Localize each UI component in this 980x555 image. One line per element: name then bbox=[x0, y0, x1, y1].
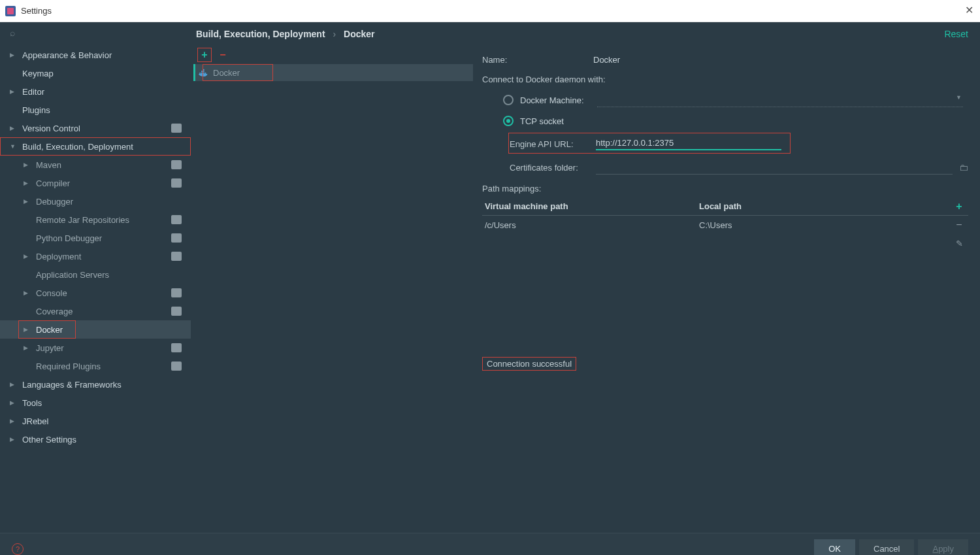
sidebar-item-other-settings[interactable]: ▶Other Settings bbox=[0, 430, 191, 448]
sidebar-item-label: Plugins bbox=[22, 105, 50, 115]
tcp-socket-label: TCP socket bbox=[520, 116, 564, 126]
sidebar-item-console[interactable]: ▶Console bbox=[0, 284, 191, 302]
name-value[interactable]: Docker bbox=[593, 55, 620, 65]
docker-list-item[interactable]: Docker bbox=[193, 64, 473, 81]
sidebar-item-application-servers[interactable]: ▶Application Servers bbox=[0, 265, 191, 284]
ok-button[interactable]: OK bbox=[814, 539, 855, 556]
expand-arrow-icon: ▶ bbox=[10, 399, 18, 406]
expand-arrow-icon: ▶ bbox=[24, 253, 31, 260]
sidebar-item-maven[interactable]: ▶Maven bbox=[0, 156, 191, 174]
sidebar-item-label: Console bbox=[36, 288, 67, 298]
docker-list-label: Docker bbox=[213, 68, 240, 78]
sidebar-item-editor[interactable]: ▶Editor bbox=[0, 82, 191, 101]
sidebar-item-coverage[interactable]: ▶Coverage bbox=[0, 302, 191, 320]
local-path-cell: C:\Users bbox=[699, 220, 950, 230]
search-icon[interactable]: ⌕ bbox=[10, 27, 15, 38]
settings-tree: ▶Appearance & Behavior▶Keymap▶Editor▶Plu… bbox=[0, 43, 191, 533]
expand-arrow-icon: ▶ bbox=[24, 345, 31, 351]
sidebar-item-label: Appearance & Behavior bbox=[22, 50, 112, 60]
settings-sidebar: ⌕ ▶Appearance & Behavior▶Keymap▶Editor▶P… bbox=[0, 22, 191, 533]
folder-icon[interactable]: 🗀 bbox=[959, 162, 968, 173]
expand-arrow-icon: ▶ bbox=[24, 161, 31, 168]
sidebar-item-label: Required Plugins bbox=[36, 362, 101, 371]
api-url-label: Engine API URL: bbox=[510, 139, 596, 149]
project-settings-icon bbox=[171, 307, 182, 316]
expand-arrow-icon: ▶ bbox=[10, 436, 18, 443]
breadcrumb: Build, Execution, Deployment › Docker bbox=[196, 29, 375, 39]
project-settings-icon bbox=[171, 124, 182, 133]
project-settings-icon bbox=[171, 178, 182, 188]
path-mappings-label: Path mappings: bbox=[482, 184, 968, 193]
expand-arrow-icon: ▶ bbox=[10, 125, 18, 131]
sidebar-item-languages-frameworks[interactable]: ▶Languages & Frameworks bbox=[0, 375, 191, 394]
expand-arrow-icon: ▶ bbox=[24, 290, 31, 296]
table-row[interactable]: /c/Users C:\Users − bbox=[482, 216, 968, 234]
docker-machine-label: Docker Machine: bbox=[520, 95, 584, 105]
sidebar-item-label: Maven bbox=[36, 160, 61, 170]
vm-path-cell: /c/Users bbox=[482, 220, 699, 230]
dialog-footer: ? OK Cancel Apply bbox=[0, 533, 980, 555]
edit-mapping-icon[interactable]: ✎ bbox=[950, 239, 968, 248]
sidebar-item-label: Remote Jar Repositories bbox=[36, 215, 129, 225]
project-settings-icon bbox=[171, 160, 182, 169]
sidebar-item-jupyter[interactable]: ▶Jupyter bbox=[0, 339, 191, 357]
tcp-socket-radio[interactable] bbox=[503, 116, 514, 126]
sidebar-item-deployment[interactable]: ▶Deployment bbox=[0, 247, 191, 265]
sidebar-item-label: Languages & Frameworks bbox=[22, 380, 122, 390]
sidebar-item-version-control[interactable]: ▶Version Control bbox=[0, 119, 191, 137]
sidebar-item-label: Docker bbox=[36, 325, 63, 335]
expand-arrow-icon: ▶ bbox=[10, 381, 18, 388]
sidebar-item-remote-jar-repositories[interactable]: ▶Remote Jar Repositories bbox=[0, 210, 191, 229]
project-settings-icon bbox=[171, 362, 182, 371]
sidebar-item-compiler[interactable]: ▶Compiler bbox=[0, 174, 191, 192]
sidebar-item-required-plugins[interactable]: ▶Required Plugins bbox=[0, 357, 191, 375]
sidebar-item-debugger[interactable]: ▶Debugger bbox=[0, 192, 191, 210]
cert-folder-label: Certificates folder: bbox=[510, 163, 596, 173]
sidebar-item-tools[interactable]: ▶Tools bbox=[0, 394, 191, 412]
sidebar-item-python-debugger[interactable]: ▶Python Debugger bbox=[0, 229, 191, 247]
sidebar-item-build-execution-deployment[interactable]: ▼Build, Execution, Deployment bbox=[0, 137, 191, 156]
api-url-input[interactable] bbox=[596, 138, 781, 150]
apply-button[interactable]: Apply bbox=[918, 539, 968, 556]
sidebar-item-label: Jupyter bbox=[36, 343, 64, 353]
sidebar-item-label: Editor bbox=[22, 87, 44, 97]
remove-docker-button[interactable]: − bbox=[216, 48, 230, 62]
remove-mapping-button[interactable]: − bbox=[950, 219, 968, 231]
connection-status: Connection successful bbox=[482, 357, 576, 371]
sidebar-item-plugins[interactable]: ▶Plugins bbox=[0, 101, 191, 119]
sidebar-item-label: Other Settings bbox=[22, 435, 76, 445]
project-settings-icon bbox=[171, 252, 182, 261]
sidebar-item-jrebel[interactable]: ▶JRebel bbox=[0, 412, 191, 430]
close-icon[interactable]: ✕ bbox=[965, 4, 973, 16]
reset-link[interactable]: Reset bbox=[944, 29, 968, 39]
chevron-down-icon: ▼ bbox=[956, 94, 962, 101]
connect-label: Connect to Docker daemon with: bbox=[482, 75, 968, 84]
expand-arrow-icon: ▶ bbox=[10, 418, 18, 424]
project-settings-icon bbox=[171, 343, 182, 352]
cert-folder-input[interactable] bbox=[596, 160, 953, 175]
docker-machine-radio[interactable] bbox=[503, 95, 514, 105]
sidebar-item-appearance-behavior[interactable]: ▶Appearance & Behavior bbox=[0, 46, 191, 64]
app-icon bbox=[5, 6, 16, 16]
sidebar-item-label: Coverage bbox=[36, 307, 73, 316]
docker-icon bbox=[199, 69, 209, 76]
expand-arrow-icon: ▶ bbox=[24, 198, 31, 205]
add-mapping-button[interactable]: + bbox=[950, 201, 968, 212]
docker-detail-panel: Name: Docker Connect to Docker daemon wi… bbox=[476, 46, 980, 533]
sidebar-item-keymap[interactable]: ▶Keymap bbox=[0, 64, 191, 82]
add-docker-button[interactable]: + bbox=[197, 48, 212, 62]
col-local-path: Local path bbox=[699, 201, 950, 211]
expand-arrow-icon: ▶ bbox=[24, 180, 31, 186]
sidebar-item-docker[interactable]: ▶Docker bbox=[0, 320, 191, 339]
name-label: Name: bbox=[482, 55, 593, 65]
sidebar-item-label: Deployment bbox=[36, 252, 81, 261]
cancel-button[interactable]: Cancel bbox=[859, 539, 914, 556]
window-title: Settings bbox=[21, 6, 52, 16]
sidebar-item-label: Compiler bbox=[36, 178, 70, 188]
sidebar-item-label: Tools bbox=[22, 398, 42, 408]
project-settings-icon bbox=[171, 215, 182, 224]
sidebar-item-label: Debugger bbox=[36, 197, 73, 207]
sidebar-item-label: JRebel bbox=[22, 416, 48, 426]
help-icon[interactable]: ? bbox=[12, 543, 24, 555]
docker-machine-dropdown[interactable]: ▼ bbox=[597, 93, 963, 107]
